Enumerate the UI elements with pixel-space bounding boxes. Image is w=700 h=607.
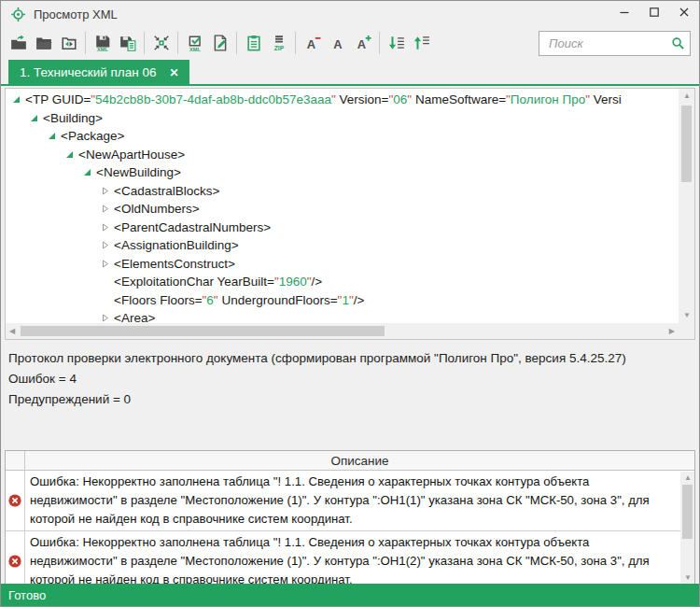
expand-node-icon[interactable]: [100, 313, 114, 323]
xml-node-line[interactable]: <Building>: [6, 109, 679, 128]
collapse-all-button[interactable]: [409, 31, 434, 56]
error-table-header: Описание: [6, 451, 694, 471]
error-table-row[interactable]: Ошибка: Некорректно заполнена таблица "!…: [6, 471, 694, 531]
error-table-row[interactable]: Ошибка: Некорректно заполнена таблица "!…: [6, 531, 694, 586]
scroll-left-icon[interactable]: ◀: [9, 328, 15, 335]
xml-tag-text: UndergroundFloors=: [218, 293, 338, 307]
title-bar: Просмотр XML: [1, 1, 699, 27]
reopen-file-button[interactable]: [56, 31, 81, 56]
open-in-editor-button[interactable]: [207, 31, 232, 56]
save-xml-button[interactable]: XML: [90, 31, 115, 56]
status-text: Готово: [8, 588, 46, 602]
expand-node-icon[interactable]: [100, 204, 114, 214]
search-icon[interactable]: [671, 36, 685, 50]
xml-node-line[interactable]: <NewBuilding>: [6, 163, 679, 182]
xml-node-line[interactable]: <ElementsConstruct>: [6, 255, 679, 274]
xml-vertical-scrollbar[interactable]: ▲ ▼: [679, 89, 694, 323]
xml-node-line[interactable]: <ExploitationChar YearBuilt="1960"/>: [6, 273, 679, 291]
protocol-title: Протокол проверки электронного документа…: [8, 348, 693, 369]
xml-node-line[interactable]: <NewApartHouse>: [6, 146, 679, 164]
search-input[interactable]: [547, 35, 671, 51]
open-file-icon: [10, 35, 27, 51]
svg-text:ZIP: ZIP: [273, 45, 284, 51]
error-description: Ошибка: Некорректно заполнена таблица "!…: [25, 471, 694, 530]
collapse-node-icon[interactable]: [11, 94, 25, 105]
scroll-right-icon[interactable]: ▶: [669, 328, 675, 335]
expand-node-icon[interactable]: [100, 259, 114, 269]
xml-node-line[interactable]: <Floors Floors="6" UndergroundFloors="1"…: [6, 291, 679, 310]
toolbar-separator: [379, 32, 380, 54]
svg-text:A: A: [357, 37, 365, 51]
expand-node-icon[interactable]: [100, 186, 114, 196]
xml-tag-text: <Building>: [43, 111, 103, 125]
expand-all-button[interactable]: [384, 31, 409, 56]
table-scroll-down-icon[interactable]: ▼: [684, 574, 692, 582]
xml-tag-text: <TP GUID=: [25, 92, 91, 106]
xml-tag-text: <NewApartHouse>: [78, 148, 185, 162]
toolbar-buttons: XMLXMLZIPAAA: [6, 31, 434, 56]
scroll-down-icon[interactable]: ▼: [683, 312, 691, 319]
protocol-button[interactable]: [241, 31, 266, 56]
xml-node-line[interactable]: <Package>: [6, 127, 679, 146]
font-increase-button[interactable]: A: [350, 31, 375, 56]
save-copy-button[interactable]: [115, 31, 140, 56]
xml-node-line[interactable]: <AssignationBuilding>: [6, 236, 679, 255]
xml-node-line[interactable]: <ParentCadastralNumbers>: [6, 219, 679, 237]
fit-window-button[interactable]: [148, 31, 174, 56]
open-folder-button[interactable]: [31, 31, 56, 56]
xml-horizontal-scrollbar[interactable]: ◀ ▶: [6, 323, 679, 339]
error-icon: [8, 555, 21, 568]
collapse-node-icon[interactable]: [64, 149, 78, 160]
svg-text:XML: XML: [97, 47, 108, 51]
protocol-warnings-count: Предупреждений = 0: [8, 389, 693, 410]
protocol-icon: [245, 35, 262, 51]
scroll-up-icon[interactable]: ▲: [683, 92, 691, 100]
open-file-button[interactable]: [6, 31, 31, 56]
zip-archive-icon: ZIP: [271, 35, 287, 51]
collapse-node-icon[interactable]: [29, 113, 43, 123]
tab-technical-plan[interactable]: 1. Технический план 06 ✕: [8, 60, 189, 85]
xml-attribute-value: 06: [393, 92, 407, 106]
expand-all-icon: [388, 35, 405, 51]
svg-text:A: A: [306, 37, 315, 51]
open-folder-icon: [35, 35, 52, 51]
xml-tag-text: <ParentCadastralNumbers>: [114, 220, 271, 234]
collapse-node-icon[interactable]: [82, 167, 96, 177]
error-table-body: Ошибка: Некорректно заполнена таблица "!…: [6, 471, 694, 586]
horizontal-scroll-thumb[interactable]: [21, 326, 385, 336]
font-increase-icon: A: [355, 35, 371, 51]
xml-node-line[interactable]: <TP GUID="54b2cb8b-30b7-4daf-ab8b-ddc0b5…: [6, 91, 679, 109]
xml-tree: <TP GUID="54b2cb8b-30b7-4daf-ab8b-ddc0b5…: [6, 91, 679, 323]
xml-tag-text: <CadastralBlocks>: [114, 184, 219, 198]
table-vertical-scrollbar[interactable]: ▲ ▼: [680, 472, 694, 585]
toolbar-separator: [295, 32, 296, 54]
toolbar-separator: [177, 32, 178, 54]
font-decrease-icon: A: [304, 35, 321, 51]
protocol-block: Протокол проверки электронного документа…: [8, 348, 693, 410]
vertical-scroll-thumb[interactable]: [681, 106, 692, 182]
close-button[interactable]: [669, 1, 699, 27]
xml-tag-text: <Package>: [61, 129, 124, 143]
xml-node-line[interactable]: <Area>: [6, 309, 679, 323]
fit-window-icon: [153, 35, 170, 51]
status-bar: Готово: [1, 584, 699, 606]
minimize-button[interactable]: [609, 1, 639, 27]
expand-node-icon[interactable]: [100, 222, 114, 233]
tab-close-icon[interactable]: ✕: [169, 67, 178, 78]
save-copy-icon: [119, 35, 136, 51]
expand-node-icon[interactable]: [100, 240, 114, 250]
font-decrease-button[interactable]: A: [300, 31, 325, 56]
font-default-button[interactable]: A: [325, 31, 350, 56]
xml-attribute-value: Полигон Про: [511, 92, 585, 106]
collapse-node-icon[interactable]: [47, 131, 61, 141]
scrollbar-corner: [679, 323, 694, 339]
check-xml-button[interactable]: XML: [182, 31, 207, 56]
xml-node-line[interactable]: <OldNumbers>: [6, 200, 679, 219]
xml-tag-text: <Area>: [114, 311, 155, 323]
xml-panel: <TP GUID="54b2cb8b-30b7-4daf-ab8b-ddc0b5…: [5, 88, 695, 340]
zip-archive-button[interactable]: ZIP: [266, 31, 291, 56]
maximize-button[interactable]: [639, 1, 669, 27]
table-scroll-up-icon[interactable]: ▲: [684, 474, 692, 482]
xml-node-line[interactable]: <CadastralBlocks>: [6, 182, 679, 201]
table-scroll-thumb[interactable]: [682, 485, 693, 539]
